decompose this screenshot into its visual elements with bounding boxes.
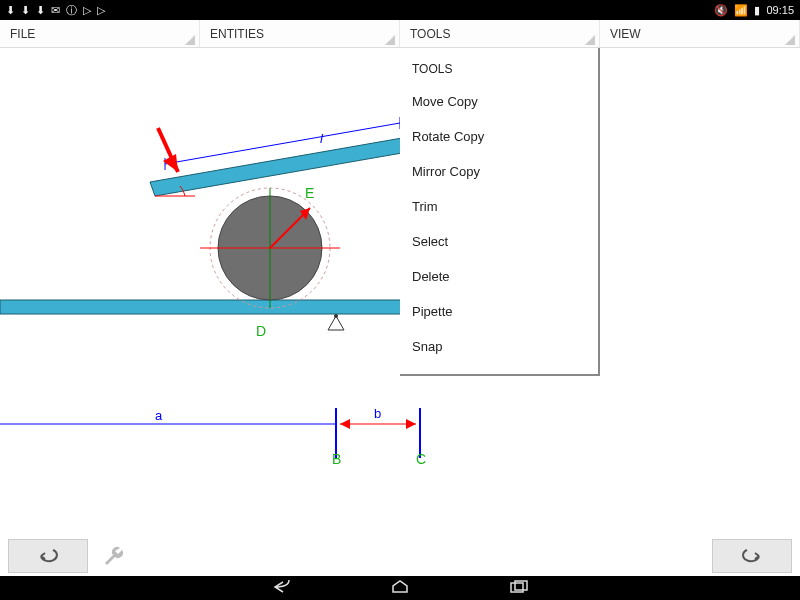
menu-label: ENTITIES xyxy=(210,27,264,41)
menu-label: VIEW xyxy=(610,27,641,41)
status-right-icons: 🔇 📶 ▮ 09:15 xyxy=(714,4,794,17)
label-a: a xyxy=(155,408,163,423)
download-icon: ⬇ xyxy=(6,4,15,17)
tool-mirror-copy[interactable]: Mirror Copy xyxy=(400,154,598,189)
label-b: b xyxy=(374,406,381,421)
tool-snap[interactable]: Snap xyxy=(400,329,598,364)
menu-entities[interactable]: ENTITIES xyxy=(200,20,400,47)
label-D: D xyxy=(256,323,266,339)
tool-delete[interactable]: Delete xyxy=(400,259,598,294)
dim-b-arrow-l xyxy=(340,419,350,429)
label-E: E xyxy=(305,185,314,201)
back-icon[interactable] xyxy=(271,580,291,597)
info-icon: ⓘ xyxy=(66,3,77,18)
wifi-icon: 📶 xyxy=(734,4,748,17)
tool-move-copy[interactable]: Move Copy xyxy=(400,84,598,119)
menu-view[interactable]: VIEW xyxy=(600,20,800,47)
android-status-bar: ⬇ ⬇ ⬇ ✉ ⓘ ▷ ▷ 🔇 📶 ▮ 09:15 xyxy=(0,0,800,20)
status-left-icons: ⬇ ⬇ ⬇ ✉ ⓘ ▷ ▷ xyxy=(6,3,105,18)
redo-icon xyxy=(739,546,765,566)
dim-b-arrow-r xyxy=(406,419,416,429)
mail-icon: ✉ xyxy=(51,4,60,17)
lever-beam xyxy=(150,138,402,196)
download-icon: ⬇ xyxy=(36,4,45,17)
pivot-pin xyxy=(334,314,338,318)
menu-label: FILE xyxy=(10,27,35,41)
wrench-icon xyxy=(100,542,128,570)
mute-icon: 🔇 xyxy=(714,4,728,17)
dropdown-header: TOOLS xyxy=(400,54,598,84)
settings-button[interactable] xyxy=(94,542,134,570)
pivot-support xyxy=(328,316,344,330)
redo-button[interactable] xyxy=(712,539,792,573)
battery-icon: ▮ xyxy=(754,4,760,17)
android-nav-bar xyxy=(0,576,800,600)
tool-select[interactable]: Select xyxy=(400,224,598,259)
menu-tools[interactable]: TOOLS xyxy=(400,20,600,47)
play-icon: ▷ xyxy=(97,4,105,17)
label-C: C xyxy=(416,451,426,467)
label-B: B xyxy=(332,451,341,467)
menu-file[interactable]: FILE xyxy=(0,20,200,47)
base-beam xyxy=(0,300,402,314)
undo-icon xyxy=(35,546,61,566)
menu-label: TOOLS xyxy=(410,27,450,41)
tools-dropdown: TOOLS Move Copy Rotate Copy Mirror Copy … xyxy=(400,48,600,376)
recent-icon[interactable] xyxy=(509,580,529,597)
home-icon[interactable] xyxy=(391,580,409,597)
menubar: FILE ENTITIES TOOLS VIEW xyxy=(0,20,800,48)
download-icon: ⬇ xyxy=(21,4,30,17)
play-icon: ▷ xyxy=(83,4,91,17)
bottom-toolbar xyxy=(0,536,800,576)
tool-pipette[interactable]: Pipette xyxy=(400,294,598,329)
clock: 09:15 xyxy=(766,4,794,16)
tool-rotate-copy[interactable]: Rotate Copy xyxy=(400,119,598,154)
tool-trim[interactable]: Trim xyxy=(400,189,598,224)
label-l: l xyxy=(320,131,324,146)
undo-button[interactable] xyxy=(8,539,88,573)
